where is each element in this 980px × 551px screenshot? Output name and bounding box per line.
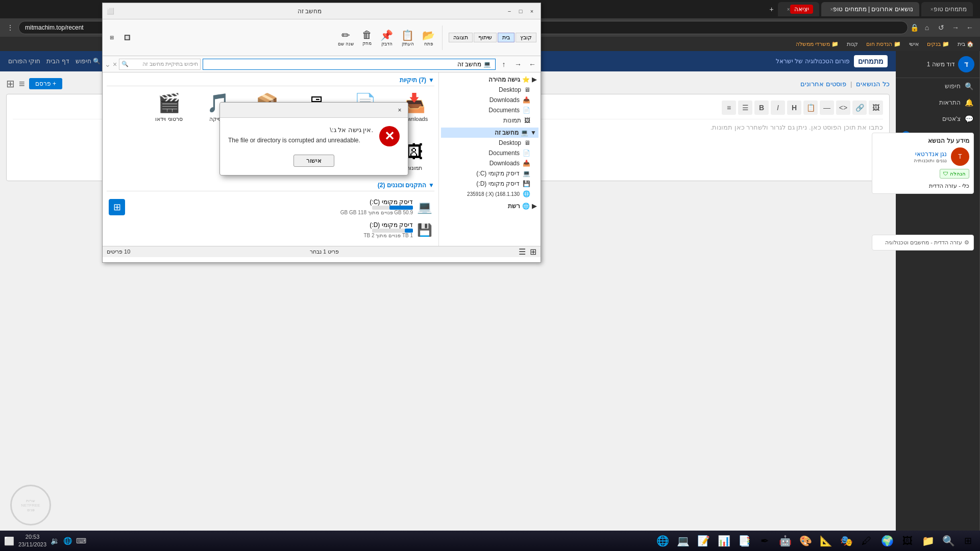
tab-1[interactable]: מתמחים טופ ×: [921, 2, 973, 16]
nav-this-desktop[interactable]: 🖥 Desktop: [441, 138, 538, 148]
new-tab-button[interactable]: +: [766, 3, 778, 15]
ribbon-rename-btn[interactable]: ✏ שנה שם: [335, 28, 357, 48]
more-button[interactable]: ⋮: [4, 21, 16, 34]
nav-this-downloads[interactable]: 📥 Downloads: [441, 158, 538, 168]
tab-2[interactable]: נושאים אחרונים | מתמחים טופ ×: [821, 2, 919, 16]
format-h-btn[interactable]: H: [787, 101, 801, 115]
format-list2-btn[interactable]: ☰: [738, 101, 752, 115]
taskbar-edge[interactable]: 🌍: [878, 532, 896, 550]
taskbar-illustrator[interactable]: ✒: [755, 532, 774, 550]
view-details-btn[interactable]: 🔲: [121, 33, 133, 42]
taskbar-ppt[interactable]: 📑: [735, 532, 753, 550]
tab-2-close[interactable]: ×: [830, 7, 834, 12]
header-rules-btn[interactable]: חוקי הפורום: [8, 58, 40, 65]
tray-keyboard[interactable]: ⌨: [76, 537, 86, 545]
ribbon-tab-file[interactable]: קובץ: [516, 33, 536, 42]
insert-hr-btn[interactable]: —: [820, 101, 834, 115]
quick-access-header[interactable]: ▶ ⭐ גישה מהירה: [441, 74, 538, 85]
ribbon-open-btn[interactable]: 📂 פתח: [419, 28, 438, 48]
taskbar-word[interactable]: 📝: [694, 532, 713, 550]
drive-d[interactable]: 💾 דיסק מקומי (D:) 1 TB פנויים מתוך 2 TB: [107, 218, 434, 241]
nav-network-drive[interactable]: 🌐 168.1.130) (X:) 235918: [441, 189, 538, 199]
ribbon-paste-btn[interactable]: 📌 הדבק: [377, 28, 396, 48]
all-users-filter[interactable]: כל הנושאים: [856, 80, 890, 88]
bookmark-home[interactable]: 🏠 בית: [955, 40, 976, 48]
taskbar-ai2[interactable]: 🤖: [776, 532, 794, 550]
sidebar-item-alerts[interactable]: 🔔 התראות: [896, 94, 979, 111]
list-view-icon[interactable]: ≡: [19, 78, 25, 90]
status-list-icon[interactable]: ☰: [519, 247, 526, 257]
format-bold-btn[interactable]: B: [754, 101, 769, 115]
bookmark-shop[interactable]: קנות: [845, 40, 860, 48]
ribbon-delete-btn[interactable]: 🗑 מחק: [359, 28, 375, 48]
bookmark-gov[interactable]: 📁 משרדי ממשלה: [794, 40, 841, 48]
header-search-btn[interactable]: 🔍 חיפוש: [76, 58, 101, 65]
tray-volume[interactable]: 🔉: [51, 537, 59, 545]
refresh-button[interactable]: ↺: [935, 21, 947, 34]
fe-min-btn[interactable]: −: [505, 7, 514, 16]
taskbar-pen[interactable]: 🖊: [857, 532, 876, 550]
back-button[interactable]: ←: [964, 21, 976, 34]
dialog-ok-button[interactable]: אישור: [293, 155, 334, 167]
grid-view-icon[interactable]: ⊞: [6, 78, 15, 90]
bookmark-engineering[interactable]: 📁 הנדסת חום: [864, 40, 903, 48]
drive-c[interactable]: 💻 דיסק מקומי (C:) 50.9 GB פנויים מתוך 11…: [107, 195, 434, 218]
ribbon-copy-btn[interactable]: 📋 העתק: [398, 28, 417, 48]
insert-link-btn[interactable]: 🔗: [852, 101, 867, 115]
tab-3-close[interactable]: ×: [787, 7, 790, 12]
view-large-btn[interactable]: ⊞: [107, 33, 117, 42]
header-home-btn[interactable]: דף הבית: [46, 58, 69, 65]
sidebar-item-chats[interactable]: 💬 צ'אטים: [896, 111, 979, 127]
fe-close-btn[interactable]: ×: [527, 7, 536, 16]
taskbar-file-explorer[interactable]: 📁: [919, 532, 937, 550]
nav-this-documents[interactable]: 📄 Documents: [441, 148, 538, 158]
fe-up-btn[interactable]: ↑: [498, 58, 510, 70]
insert-list-btn[interactable]: 📋: [803, 101, 818, 115]
start-button[interactable]: ⊞: [960, 533, 976, 549]
fe-expand-btn[interactable]: ⌄: [105, 60, 111, 68]
nav-downloads[interactable]: 📥 Downloads: [441, 95, 538, 105]
format-list3-btn[interactable]: ≡: [722, 101, 736, 115]
tab-1-close[interactable]: ×: [930, 7, 934, 12]
nav-local-c[interactable]: 💻 דיסק מקומי (C:): [441, 168, 538, 179]
folder-video[interactable]: 🎬 סרטוני וידאו: [149, 90, 189, 131]
fe-search-bar[interactable]: חיפוש בתיקיית מחשב זה 🔍: [119, 59, 201, 70]
home-button[interactable]: ⌂: [921, 21, 933, 34]
this-pc-header[interactable]: ▼ 💻 מחשב זה: [441, 128, 538, 138]
new-post-button[interactable]: + פרסם: [29, 78, 62, 89]
taskbar-photos[interactable]: 🖼: [898, 532, 917, 550]
bookmark-personal[interactable]: אישי: [907, 40, 921, 48]
taskbar-chrome[interactable]: 🌐: [653, 532, 672, 550]
insert-image-btn[interactable]: 🖼: [869, 101, 883, 115]
nav-documents[interactable]: 📄 Documents: [441, 105, 538, 115]
taskbar-ai[interactable]: 🎭: [837, 532, 855, 550]
fe-clear-btn[interactable]: ×: [113, 60, 117, 68]
forward-button[interactable]: →: [949, 21, 962, 34]
tab-3[interactable]: יציאה ×: [778, 2, 819, 16]
taskbar-photoshop[interactable]: 🎨: [796, 532, 815, 550]
sidebar-item-search[interactable]: 🔍 חיפוש: [896, 78, 979, 94]
ribbon-tab-home[interactable]: בית: [498, 33, 514, 42]
status-grid-icon[interactable]: ⊞: [530, 247, 536, 257]
fe-back-btn[interactable]: ←: [526, 58, 538, 70]
nav-desktop[interactable]: 🖥 Desktop: [441, 85, 538, 95]
taskbar-ie[interactable]: 💻: [674, 532, 692, 550]
recent-filter[interactable]: פוסטים אחרונים: [800, 80, 846, 88]
taskbar-excel[interactable]: 📊: [715, 532, 733, 550]
dialog-close-btn[interactable]: ×: [396, 106, 404, 114]
taskbar-indesign[interactable]: 📐: [817, 532, 835, 550]
bookmark-banks[interactable]: 📁 בנקים: [925, 40, 951, 48]
nav-local-d[interactable]: 💾 דיסק מקומי (D:): [441, 179, 538, 189]
network-header[interactable]: ▶ 🌐 רשת: [441, 201, 538, 211]
tray-show-desktop[interactable]: ⬜: [4, 536, 14, 546]
ribbon-tab-share[interactable]: שיתוף: [474, 33, 497, 42]
nav-photos[interactable]: 🖼 תמונות: [441, 115, 538, 126]
ribbon-tab-view[interactable]: תצוגה: [449, 33, 473, 42]
format-italic-btn[interactable]: I: [771, 101, 785, 115]
expand-icon[interactable]: ⬜: [107, 8, 114, 15]
fe-path-bar[interactable]: 💻 מחשב זה: [203, 59, 496, 70]
taskbar-search[interactable]: 🔍: [939, 532, 958, 550]
tray-network[interactable]: 🌐: [63, 537, 72, 545]
fe-forward-btn[interactable]: →: [512, 58, 524, 70]
fe-max-btn[interactable]: □: [516, 7, 525, 16]
